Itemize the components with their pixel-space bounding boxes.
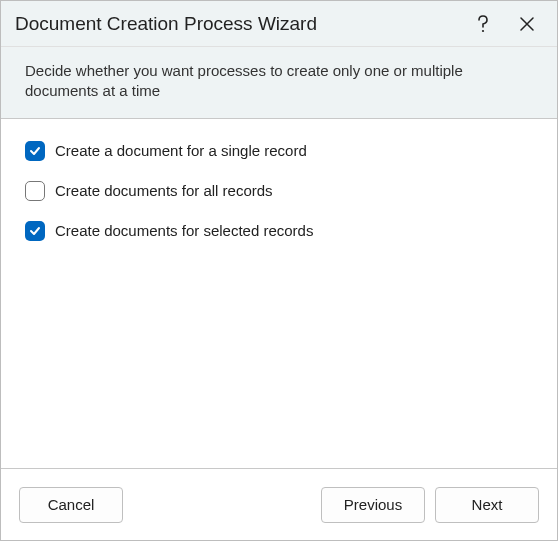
check-icon xyxy=(28,224,42,238)
dialog-footer: Cancel Previous Next xyxy=(1,468,557,540)
option-selected-records[interactable]: Create documents for selected records xyxy=(25,221,533,241)
titlebar: Document Creation Process Wizard xyxy=(1,1,557,47)
button-label: Previous xyxy=(344,496,402,513)
button-label: Cancel xyxy=(48,496,95,513)
dialog-title: Document Creation Process Wizard xyxy=(15,13,461,35)
close-icon xyxy=(520,17,534,31)
checkbox-single-record[interactable] xyxy=(25,141,45,161)
button-label: Next xyxy=(472,496,503,513)
checkbox-all-records[interactable] xyxy=(25,181,45,201)
options-panel: Create a document for a single record Cr… xyxy=(1,119,557,469)
check-icon xyxy=(28,144,42,158)
wizard-description: Decide whether you want processes to cre… xyxy=(1,47,557,119)
next-button[interactable]: Next xyxy=(435,487,539,523)
checkbox-selected-records[interactable] xyxy=(25,221,45,241)
help-icon xyxy=(475,14,491,34)
option-all-records[interactable]: Create documents for all records xyxy=(25,181,533,201)
option-label: Create documents for selected records xyxy=(55,222,313,239)
option-label: Create documents for all records xyxy=(55,182,273,199)
wizard-dialog: Document Creation Process Wizard Decide … xyxy=(0,0,558,541)
option-label: Create a document for a single record xyxy=(55,142,307,159)
previous-button[interactable]: Previous xyxy=(321,487,425,523)
close-button[interactable] xyxy=(505,4,549,44)
svg-point-0 xyxy=(482,29,484,31)
help-button[interactable] xyxy=(461,4,505,44)
option-single-record[interactable]: Create a document for a single record xyxy=(25,141,533,161)
cancel-button[interactable]: Cancel xyxy=(19,487,123,523)
